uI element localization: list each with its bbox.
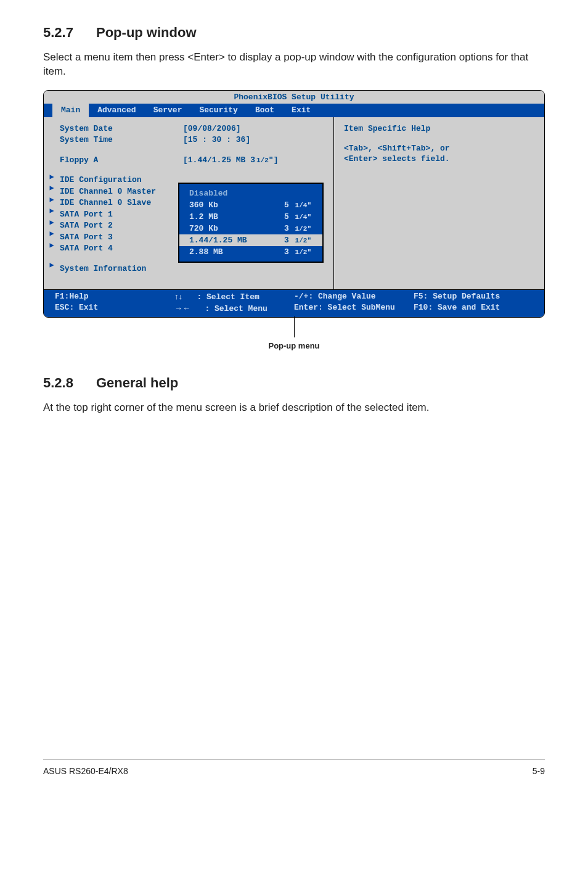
popup-option-360kb[interactable]: 360 Kb5 1/4" — [179, 199, 322, 211]
section-5-2-8-text: At the top right corner of the menu scre… — [43, 401, 545, 415]
help-title: Item Specific Help — [344, 123, 534, 134]
section-5-2-7-heading: 5.2.7Pop-up window — [43, 25, 545, 41]
bios-window: PhoenixBIOS Setup Utility Main Advanced … — [43, 90, 545, 318]
popup-pointer-label: Pop-up menu — [43, 341, 545, 350]
item-system-information[interactable]: System Information — [60, 263, 326, 275]
popup-option-1-44mb[interactable]: 1.44/1.25 MB3 1/2" — [179, 234, 322, 246]
triangle-icon: ▶ — [44, 217, 60, 229]
bios-left-pane: ▶ ▶ ▶ ▶ ▶ ▶ ▶ ▶ System Date [09/08/2006] — [44, 117, 334, 290]
tab-advanced[interactable]: Advanced — [89, 104, 144, 117]
page-footer-left: ASUS RS260-E4/RX8 — [43, 766, 128, 776]
triangle-icon: ▶ — [44, 183, 60, 194]
section-5-2-7-text: Select a menu item then press <Enter> to… — [43, 51, 545, 79]
bios-footer: F1:Help ESC: Exit ↑↓ : Select Item →← : … — [44, 289, 544, 316]
footer-col-1: F1:Help ESC: Exit — [55, 291, 174, 314]
floppy-a-row[interactable]: Floppy A [1.44/1.25 MB 31/2"] — [60, 155, 326, 167]
triangle-icon: ▶ — [44, 205, 60, 217]
bios-help-pane: Item Specific Help <Tab>, <Shift+Tab>, o… — [334, 117, 544, 290]
triangle-icon: ▶ — [44, 228, 60, 240]
triangle-icon: ▶ — [44, 240, 60, 252]
page-footer-right: 5-9 — [533, 766, 545, 776]
bios-menubar: Main Advanced Server Security Boot Exit — [44, 104, 544, 117]
updown-arrows-icon: ↑↓ — [174, 292, 182, 301]
footer-col-2: ↑↓ : Select Item →← : Select Menu — [174, 291, 294, 314]
footer-col-4: F5: Setup Defaults F10: Save and Exit — [414, 291, 533, 314]
popup-option-2-88mb[interactable]: 2.88 MB3 1/2" — [179, 246, 322, 258]
section-5-2-8-title: General help — [96, 375, 178, 390]
section-5-2-7-title: Pop-up window — [96, 25, 197, 40]
pointer-line-icon — [294, 316, 295, 337]
system-date-label: System Date — [60, 123, 183, 135]
system-date-row[interactable]: System Date [09/08/2006] — [60, 123, 326, 135]
help-line-1: <Tab>, <Shift+Tab>, or — [344, 143, 534, 154]
system-date-value: [09/08/2006] — [183, 123, 241, 135]
help-line-2: <Enter> selects field. — [344, 154, 534, 165]
popup-option-720kb[interactable]: 720 Kb3 1/2" — [179, 223, 322, 234]
tab-main[interactable]: Main — [52, 104, 89, 117]
page-footer: ASUS RS260-E4/RX8 5-9 — [43, 759, 545, 776]
system-time-label: System Time — [60, 134, 183, 146]
system-time-row[interactable]: System Time [15 : 30 : 36] — [60, 134, 326, 146]
floppy-a-value: [1.44/1.25 MB 31/2"] — [183, 155, 278, 167]
tab-security[interactable]: Security — [190, 104, 246, 117]
triangle-icon: ▶ — [44, 194, 60, 206]
submenu-indicator-gutter: ▶ ▶ ▶ ▶ ▶ ▶ ▶ ▶ — [44, 123, 60, 275]
popup-option-1-2mb[interactable]: 1.2 MB5 1/4" — [179, 211, 322, 223]
popup-pointer: Pop-up menu — [43, 316, 545, 350]
tab-exit[interactable]: Exit — [283, 104, 319, 117]
triangle-icon: ▶ — [44, 171, 60, 183]
section-5-2-8-number: 5.2.8 — [43, 375, 96, 391]
triangle-icon: ▶ — [44, 260, 60, 271]
footer-col-3: -/+: Change Value Enter: Select SubMenu — [294, 291, 414, 314]
section-5-2-8-heading: 5.2.8General help — [43, 375, 545, 391]
popup-option-disabled[interactable]: Disabled — [179, 188, 322, 199]
bios-title: PhoenixBIOS Setup Utility — [44, 91, 544, 104]
floppy-a-label: Floppy A — [60, 155, 183, 167]
tab-server[interactable]: Server — [145, 104, 191, 117]
section-5-2-7-number: 5.2.7 — [43, 25, 96, 41]
system-time-value: [15 : 30 : 36] — [183, 134, 250, 146]
leftright-arrows-icon: →← — [174, 303, 190, 313]
popup-menu: Disabled 360 Kb5 1/4" 1.2 MB5 1/4" 720 K… — [178, 183, 324, 263]
tab-boot[interactable]: Boot — [247, 104, 283, 117]
